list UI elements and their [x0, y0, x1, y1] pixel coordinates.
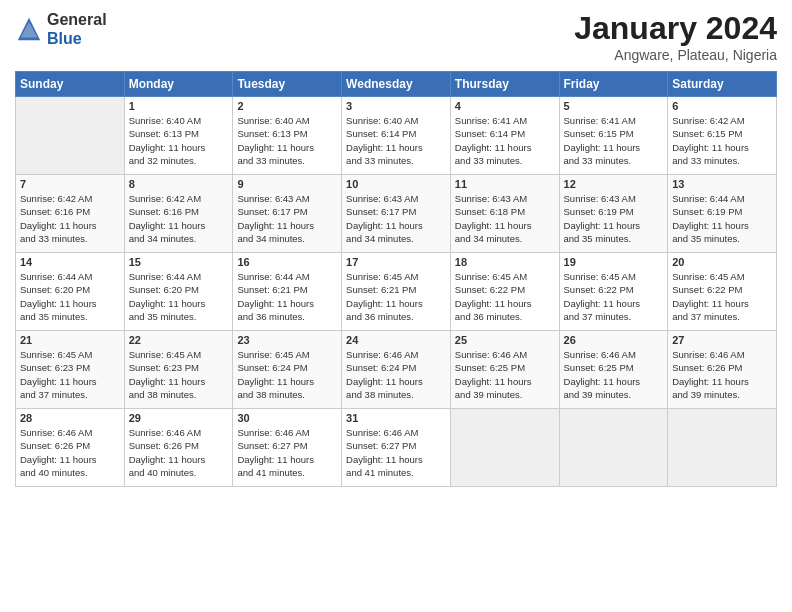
day-info: Sunrise: 6:44 AMSunset: 6:21 PMDaylight:…: [237, 270, 337, 323]
day-info: Sunrise: 6:41 AMSunset: 6:14 PMDaylight:…: [455, 114, 555, 167]
day-cell: 24Sunrise: 6:46 AMSunset: 6:24 PMDayligh…: [342, 331, 451, 409]
day-cell: 8Sunrise: 6:42 AMSunset: 6:16 PMDaylight…: [124, 175, 233, 253]
week-row-4: 21Sunrise: 6:45 AMSunset: 6:23 PMDayligh…: [16, 331, 777, 409]
day-number: 24: [346, 334, 446, 346]
day-cell: 25Sunrise: 6:46 AMSunset: 6:25 PMDayligh…: [450, 331, 559, 409]
day-number: 28: [20, 412, 120, 424]
day-cell: 15Sunrise: 6:44 AMSunset: 6:20 PMDayligh…: [124, 253, 233, 331]
logo-blue: Blue: [47, 30, 82, 47]
day-info: Sunrise: 6:43 AMSunset: 6:17 PMDaylight:…: [237, 192, 337, 245]
day-cell: 14Sunrise: 6:44 AMSunset: 6:20 PMDayligh…: [16, 253, 125, 331]
day-number: 31: [346, 412, 446, 424]
week-row-5: 28Sunrise: 6:46 AMSunset: 6:26 PMDayligh…: [16, 409, 777, 487]
day-info: Sunrise: 6:46 AMSunset: 6:24 PMDaylight:…: [346, 348, 446, 401]
day-info: Sunrise: 6:42 AMSunset: 6:16 PMDaylight:…: [20, 192, 120, 245]
day-cell: 26Sunrise: 6:46 AMSunset: 6:25 PMDayligh…: [559, 331, 668, 409]
day-info: Sunrise: 6:44 AMSunset: 6:20 PMDaylight:…: [129, 270, 229, 323]
day-cell: [450, 409, 559, 487]
day-cell: 1Sunrise: 6:40 AMSunset: 6:13 PMDaylight…: [124, 97, 233, 175]
day-info: Sunrise: 6:40 AMSunset: 6:13 PMDaylight:…: [237, 114, 337, 167]
day-cell: 9Sunrise: 6:43 AMSunset: 6:17 PMDaylight…: [233, 175, 342, 253]
day-info: Sunrise: 6:45 AMSunset: 6:24 PMDaylight:…: [237, 348, 337, 401]
day-info: Sunrise: 6:44 AMSunset: 6:19 PMDaylight:…: [672, 192, 772, 245]
day-cell: 10Sunrise: 6:43 AMSunset: 6:17 PMDayligh…: [342, 175, 451, 253]
day-cell: 4Sunrise: 6:41 AMSunset: 6:14 PMDaylight…: [450, 97, 559, 175]
week-row-2: 7Sunrise: 6:42 AMSunset: 6:16 PMDaylight…: [16, 175, 777, 253]
day-number: 1: [129, 100, 229, 112]
day-cell: 19Sunrise: 6:45 AMSunset: 6:22 PMDayligh…: [559, 253, 668, 331]
day-cell: 31Sunrise: 6:46 AMSunset: 6:27 PMDayligh…: [342, 409, 451, 487]
day-info: Sunrise: 6:40 AMSunset: 6:13 PMDaylight:…: [129, 114, 229, 167]
day-cell: 30Sunrise: 6:46 AMSunset: 6:27 PMDayligh…: [233, 409, 342, 487]
day-number: 3: [346, 100, 446, 112]
col-wednesday: Wednesday: [342, 72, 451, 97]
day-info: Sunrise: 6:43 AMSunset: 6:17 PMDaylight:…: [346, 192, 446, 245]
week-row-1: 1Sunrise: 6:40 AMSunset: 6:13 PMDaylight…: [16, 97, 777, 175]
day-number: 10: [346, 178, 446, 190]
day-info: Sunrise: 6:46 AMSunset: 6:27 PMDaylight:…: [346, 426, 446, 479]
day-number: 13: [672, 178, 772, 190]
day-info: Sunrise: 6:46 AMSunset: 6:26 PMDaylight:…: [672, 348, 772, 401]
day-cell: [16, 97, 125, 175]
day-number: 23: [237, 334, 337, 346]
day-number: 22: [129, 334, 229, 346]
day-info: Sunrise: 6:42 AMSunset: 6:15 PMDaylight:…: [672, 114, 772, 167]
day-cell: 29Sunrise: 6:46 AMSunset: 6:26 PMDayligh…: [124, 409, 233, 487]
day-number: 27: [672, 334, 772, 346]
col-sunday: Sunday: [16, 72, 125, 97]
day-cell: 27Sunrise: 6:46 AMSunset: 6:26 PMDayligh…: [668, 331, 777, 409]
day-number: 21: [20, 334, 120, 346]
day-info: Sunrise: 6:46 AMSunset: 6:25 PMDaylight:…: [564, 348, 664, 401]
day-info: Sunrise: 6:45 AMSunset: 6:22 PMDaylight:…: [672, 270, 772, 323]
day-number: 7: [20, 178, 120, 190]
day-cell: 18Sunrise: 6:45 AMSunset: 6:22 PMDayligh…: [450, 253, 559, 331]
day-number: 5: [564, 100, 664, 112]
day-number: 8: [129, 178, 229, 190]
day-number: 6: [672, 100, 772, 112]
day-cell: 23Sunrise: 6:45 AMSunset: 6:24 PMDayligh…: [233, 331, 342, 409]
month-title: January 2024: [574, 10, 777, 47]
day-info: Sunrise: 6:45 AMSunset: 6:23 PMDaylight:…: [20, 348, 120, 401]
day-info: Sunrise: 6:45 AMSunset: 6:21 PMDaylight:…: [346, 270, 446, 323]
day-number: 19: [564, 256, 664, 268]
day-number: 11: [455, 178, 555, 190]
col-monday: Monday: [124, 72, 233, 97]
day-info: Sunrise: 6:41 AMSunset: 6:15 PMDaylight:…: [564, 114, 664, 167]
header: General Blue January 2024 Angware, Plate…: [15, 10, 777, 63]
day-number: 15: [129, 256, 229, 268]
day-info: Sunrise: 6:40 AMSunset: 6:14 PMDaylight:…: [346, 114, 446, 167]
day-cell: 28Sunrise: 6:46 AMSunset: 6:26 PMDayligh…: [16, 409, 125, 487]
day-number: 4: [455, 100, 555, 112]
day-cell: 11Sunrise: 6:43 AMSunset: 6:18 PMDayligh…: [450, 175, 559, 253]
col-thursday: Thursday: [450, 72, 559, 97]
day-number: 16: [237, 256, 337, 268]
logo-text: General Blue: [47, 10, 107, 48]
day-number: 20: [672, 256, 772, 268]
day-number: 30: [237, 412, 337, 424]
col-saturday: Saturday: [668, 72, 777, 97]
calendar-table: Sunday Monday Tuesday Wednesday Thursday…: [15, 71, 777, 487]
day-cell: 16Sunrise: 6:44 AMSunset: 6:21 PMDayligh…: [233, 253, 342, 331]
day-cell: 17Sunrise: 6:45 AMSunset: 6:21 PMDayligh…: [342, 253, 451, 331]
day-info: Sunrise: 6:45 AMSunset: 6:23 PMDaylight:…: [129, 348, 229, 401]
day-info: Sunrise: 6:46 AMSunset: 6:26 PMDaylight:…: [129, 426, 229, 479]
day-cell: 20Sunrise: 6:45 AMSunset: 6:22 PMDayligh…: [668, 253, 777, 331]
day-info: Sunrise: 6:42 AMSunset: 6:16 PMDaylight:…: [129, 192, 229, 245]
week-row-3: 14Sunrise: 6:44 AMSunset: 6:20 PMDayligh…: [16, 253, 777, 331]
day-cell: 12Sunrise: 6:43 AMSunset: 6:19 PMDayligh…: [559, 175, 668, 253]
day-number: 29: [129, 412, 229, 424]
day-info: Sunrise: 6:43 AMSunset: 6:18 PMDaylight:…: [455, 192, 555, 245]
day-number: 18: [455, 256, 555, 268]
day-cell: [559, 409, 668, 487]
day-cell: 2Sunrise: 6:40 AMSunset: 6:13 PMDaylight…: [233, 97, 342, 175]
day-number: 14: [20, 256, 120, 268]
location: Angware, Plateau, Nigeria: [574, 47, 777, 63]
logo-icon: [15, 15, 43, 43]
logo: General Blue: [15, 10, 107, 48]
day-cell: 22Sunrise: 6:45 AMSunset: 6:23 PMDayligh…: [124, 331, 233, 409]
day-info: Sunrise: 6:46 AMSunset: 6:25 PMDaylight:…: [455, 348, 555, 401]
day-cell: 3Sunrise: 6:40 AMSunset: 6:14 PMDaylight…: [342, 97, 451, 175]
page: General Blue January 2024 Angware, Plate…: [0, 0, 792, 612]
day-number: 26: [564, 334, 664, 346]
day-info: Sunrise: 6:43 AMSunset: 6:19 PMDaylight:…: [564, 192, 664, 245]
